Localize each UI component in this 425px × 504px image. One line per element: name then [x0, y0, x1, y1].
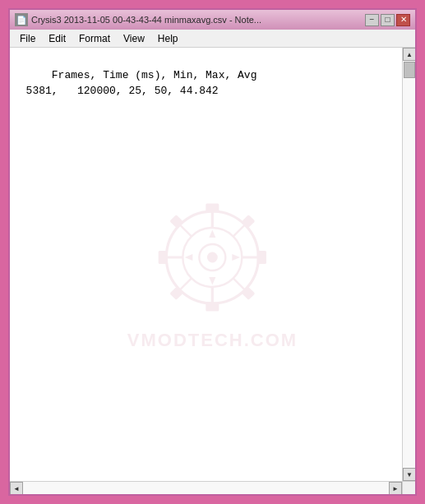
- svg-line-8: [233, 277, 245, 289]
- watermark-logo-svg: [146, 192, 278, 323]
- maximize-button[interactable]: □: [381, 14, 395, 26]
- scroll-left-button[interactable]: ◄: [10, 482, 23, 494]
- content-line2: 5381, 120000, 25, 50, 44.842: [13, 85, 219, 97]
- title-bar: 📄 Crysis3 2013-11-05 00-43-43-44 minmaxa…: [10, 10, 415, 30]
- svg-line-10: [179, 277, 192, 289]
- menu-bar: File Edit Format View Help: [10, 30, 415, 48]
- svg-marker-22: [185, 254, 193, 261]
- menu-help[interactable]: Help: [151, 30, 185, 47]
- svg-marker-23: [232, 254, 240, 261]
- content-line1: Frames, Time (ms), Min, Max, Avg: [52, 69, 257, 81]
- svg-rect-14: [257, 251, 266, 264]
- text-editor-area[interactable]: Frames, Time (ms), Min, Max, Avg 5381, 1…: [10, 48, 415, 494]
- svg-marker-21: [209, 277, 215, 285]
- svg-rect-13: [159, 251, 168, 264]
- svg-rect-12: [206, 302, 219, 311]
- scroll-track-h[interactable]: [23, 482, 389, 494]
- window-title: Crysis3 2013-11-05 00-43-43-44 minmaxavg…: [31, 15, 261, 25]
- close-button[interactable]: ✕: [396, 14, 410, 26]
- title-controls: − □ ✕: [365, 14, 410, 26]
- svg-point-19: [207, 252, 218, 262]
- watermark-text: VMODTECH.COM: [127, 330, 298, 351]
- file-content: Frames, Time (ms), Min, Max, Avg 5381, 1…: [13, 51, 256, 115]
- svg-line-9: [233, 224, 245, 237]
- scroll-corner: [402, 481, 415, 494]
- title-bar-left: 📄 Crysis3 2013-11-05 00-43-43-44 minmaxa…: [15, 13, 261, 26]
- app-icon: 📄: [15, 13, 28, 26]
- scroll-track-v[interactable]: [403, 61, 415, 468]
- scroll-up-button[interactable]: ▲: [403, 48, 415, 61]
- minimize-button[interactable]: −: [365, 14, 379, 26]
- scroll-right-button[interactable]: ►: [389, 482, 402, 494]
- svg-rect-11: [206, 203, 219, 212]
- watermark: VMODTECH.COM: [127, 192, 298, 351]
- horizontal-scrollbar[interactable]: ◄ ►: [10, 481, 402, 494]
- menu-view[interactable]: View: [117, 30, 151, 47]
- scroll-down-button[interactable]: ▼: [403, 468, 415, 481]
- svg-line-7: [179, 224, 192, 237]
- vertical-scrollbar[interactable]: ▲ ▼: [402, 48, 415, 481]
- menu-file[interactable]: File: [13, 30, 42, 47]
- svg-marker-20: [209, 229, 215, 238]
- notepad-window: 📄 Crysis3 2013-11-05 00-43-43-44 minmaxa…: [8, 8, 417, 496]
- menu-edit[interactable]: Edit: [42, 30, 72, 47]
- scroll-thumb-v[interactable]: [404, 62, 415, 78]
- menu-format[interactable]: Format: [72, 30, 117, 47]
